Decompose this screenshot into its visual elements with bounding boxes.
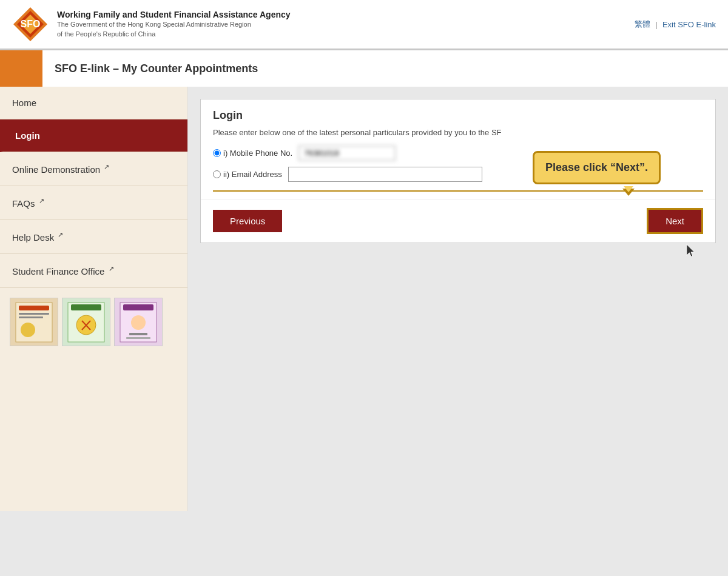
agency-logo: SFO [12,6,49,42]
email-radio-row: ii) Email Address [213,170,282,179]
main-layout: Home Login Online Demonstration ↗ FAQs ↗… [0,87,728,511]
pamphlet-3 [114,298,163,346]
next-button[interactable]: Next [647,208,703,234]
external-icon-helpdesk: ↗ [58,231,63,238]
svg-point-9 [21,323,35,337]
pamphlet-2 [62,298,110,346]
external-icon-demo: ↗ [104,163,109,170]
login-title: Login [213,109,703,122]
page-title: SFO E-link – My Counter Appointments [55,62,258,75]
svg-point-19 [131,315,146,330]
svg-rect-18 [123,304,153,310]
sidebar-item-home[interactable]: Home [0,87,187,119]
title-accent-block [0,50,42,87]
sidebar-item-online-demo[interactable]: Online Demonstration ↗ [0,152,187,186]
external-icon-sfo: ↗ [109,265,114,272]
page-header: SFO Working Family and Student Financial… [0,0,728,50]
page-title-bar: SFO E-link – My Counter Appointments [0,50,728,87]
svg-rect-7 [19,313,49,315]
login-form-header: Login Please enter below one of the late… [201,99,715,199]
svg-rect-6 [19,306,49,310]
agency-title: Working Family and Student Financial Ass… [57,10,291,19]
svg-rect-21 [126,337,150,339]
sidebar-item-helpdesk[interactable]: Help Desk ↗ [0,220,187,254]
login-description: Please enter below one of the latest per… [213,128,703,137]
svg-rect-20 [129,333,147,335]
header-right: 繁體 | Exit SFO E-link [635,19,716,30]
sidebar: Home Login Online Demonstration ↗ FAQs ↗… [0,87,188,511]
lang-switch-link[interactable]: 繁體 [635,19,650,30]
sidebar-item-sfo[interactable]: Student Finance Office ↗ [0,254,187,288]
pamphlet-1 [10,298,58,346]
agency-subtitle: The Government of the Hong Kong Special … [57,19,291,39]
page-title-container: SFO E-link – My Counter Appointments [42,50,728,87]
exit-link[interactable]: Exit SFO E-link [662,20,716,29]
content-area: Login Please enter below one of the late… [188,87,728,511]
mobile-input[interactable] [298,146,396,161]
mobile-radio[interactable] [213,149,221,157]
header-left: SFO Working Family and Student Financial… [12,6,291,42]
svg-rect-12 [71,304,101,310]
header-divider: | [655,20,657,29]
tooltip-callout: Please click “Next”. [533,151,661,184]
email-label: ii) Email Address [223,170,282,179]
button-row: Previous Please click “Next”. Next [201,199,715,243]
cursor-icon [686,244,697,258]
sidebar-images [0,288,187,356]
svg-marker-22 [687,244,695,256]
svg-rect-8 [19,316,43,318]
sidebar-item-login[interactable]: Login [0,119,187,152]
external-icon-faqs: ↗ [39,197,44,204]
login-box: Login Please enter below one of the late… [200,99,716,243]
previous-button[interactable]: Previous [213,210,282,232]
svg-text:SFO: SFO [21,19,41,29]
email-radio[interactable] [213,170,221,178]
header-text: Working Family and Student Financial Ass… [57,10,291,39]
email-input[interactable] [288,167,482,182]
mobile-radio-row: i) Mobile Phone No. [213,149,292,158]
sidebar-item-faqs[interactable]: FAQs ↗ [0,186,187,220]
mobile-label: i) Mobile Phone No. [223,149,292,158]
